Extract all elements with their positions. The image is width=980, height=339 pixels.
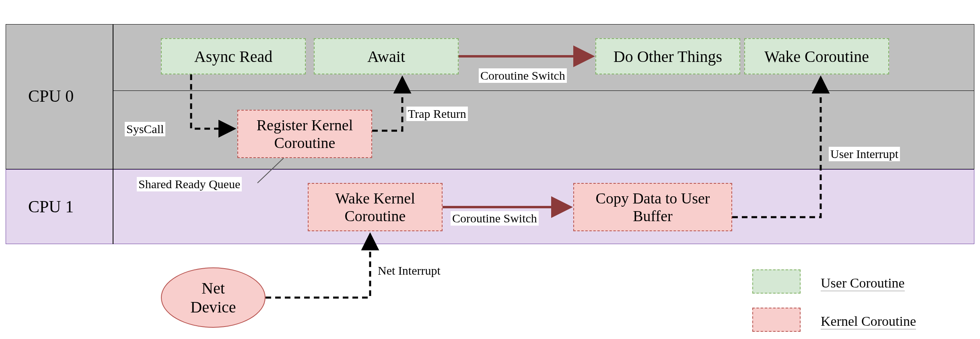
label-coroutine-switch-1: Coroutine Switch xyxy=(479,68,567,83)
net-device-ellipse: Net Device xyxy=(161,267,266,328)
cpu1-label: CPU 1 xyxy=(28,197,74,216)
box-do-other: Do Other Things xyxy=(595,38,740,74)
label-coroutine-switch-2: Coroutine Switch xyxy=(451,211,539,226)
label-net-interrupt: Net Interrupt xyxy=(376,263,442,278)
label-syscall: SysCall xyxy=(125,122,165,136)
cpu-label-divider xyxy=(113,24,113,244)
box-async-read-text: Async Read xyxy=(194,47,272,66)
cpu0-sublane-divider xyxy=(113,90,974,91)
box-wake-coroutine: Wake Coroutine xyxy=(744,38,889,74)
box-register-kernel-text: Register Kernel Coroutine xyxy=(257,116,353,152)
label-shared-ready-queue: Shared Ready Queue xyxy=(137,177,242,191)
net-device-text: Net Device xyxy=(190,279,236,316)
box-wake-kernel: Wake Kernel Coroutine xyxy=(308,183,443,231)
label-user-interrupt: User Interrupt xyxy=(829,147,900,161)
box-wake-coroutine-text: Wake Coroutine xyxy=(764,47,869,66)
cpu0-label: CPU 0 xyxy=(28,86,74,106)
box-register-kernel: Register Kernel Coroutine xyxy=(237,110,372,158)
legend-kernel-swatch xyxy=(752,308,801,332)
box-wake-kernel-text: Wake Kernel Coroutine xyxy=(335,189,415,225)
legend-user-swatch xyxy=(752,269,801,294)
box-copy-data-text: Copy Data to User Buffer xyxy=(596,189,710,225)
box-copy-data: Copy Data to User Buffer xyxy=(573,183,732,231)
arrow-net-interrupt xyxy=(266,235,370,298)
legend-user-text: User Coroutine xyxy=(821,275,905,291)
box-await-text: Await xyxy=(367,47,405,66)
box-async-read: Async Read xyxy=(161,38,306,74)
coroutine-flow-diagram: CPU 0 CPU 1 Async Read Await Do Other Th… xyxy=(0,0,980,339)
label-trap-return: Trap Return xyxy=(406,107,468,121)
box-await: Await xyxy=(314,38,459,74)
box-do-other-text: Do Other Things xyxy=(614,47,722,66)
legend-kernel-text: Kernel Coroutine xyxy=(821,314,916,329)
